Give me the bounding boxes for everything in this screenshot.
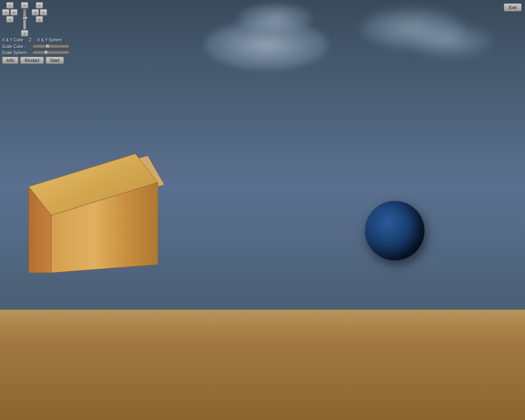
sphere-right-btn[interactable]: > [40,9,47,16]
wooden-cube [8,152,156,275]
cube-right-btn[interactable]: > [10,9,18,16]
cube-left-btn[interactable]: < [2,9,9,16]
xy-cube-label: X & Y Cube [2,38,23,42]
z-track[interactable] [23,9,26,30]
cube-svg [8,152,164,279]
z-down-btn[interactable]: v [21,30,28,37]
scene: ^ < > v ^ v [0,0,525,420]
restart-button[interactable]: Restart [20,57,43,64]
cloud-3 [410,25,492,57]
sphere-up-btn[interactable]: ^ [36,2,43,9]
scale-cube-label: Scale Cube - [2,44,31,49]
cloud-4 [238,4,312,33]
xy-cube-cross: ^ < > v [2,2,18,23]
blue-sphere [365,201,425,260]
exit-button[interactable]: Exit [504,3,522,11]
control-labels: X & Y Cube Z X & Y Sphere [2,38,69,42]
sphere-left-btn[interactable]: < [32,9,39,16]
xy-cube-control: ^ < > v [2,2,18,23]
sphere-middle-row: < > [32,9,47,16]
cube-down-btn[interactable]: v [6,16,14,23]
ground [0,310,525,420]
z-thumb [23,16,27,20]
xy-sphere-label: X & Y Sphere [37,38,62,42]
controls-top: ^ < > v ^ v [2,2,69,37]
cube-middle-row: < > [2,9,18,16]
z-control: ^ v [21,2,28,37]
sphere-down-btn[interactable]: v [36,16,43,23]
z-label: Z [27,38,34,42]
action-buttons: Info Restart Start [2,57,69,64]
xy-sphere-control: ^ < > v [32,2,47,23]
info-button[interactable]: Info [2,57,18,64]
z-up-btn[interactable]: ^ [21,2,28,9]
scale-sphere-row: Scale Sphere - [2,50,69,55]
scale-cube-slider[interactable] [32,44,69,49]
scale-sphere-slider[interactable] [32,50,69,55]
ui-panel: ^ < > v ^ v [0,0,71,66]
scale-sphere-label: Scale Sphere - [2,50,31,55]
cube-up-btn[interactable]: ^ [6,2,14,9]
xy-sphere-cross: ^ < > v [32,2,47,23]
z-slider-container: ^ v [21,2,28,37]
scale-cube-row: Scale Cube - [2,44,69,49]
start-button[interactable]: Start [46,57,64,64]
